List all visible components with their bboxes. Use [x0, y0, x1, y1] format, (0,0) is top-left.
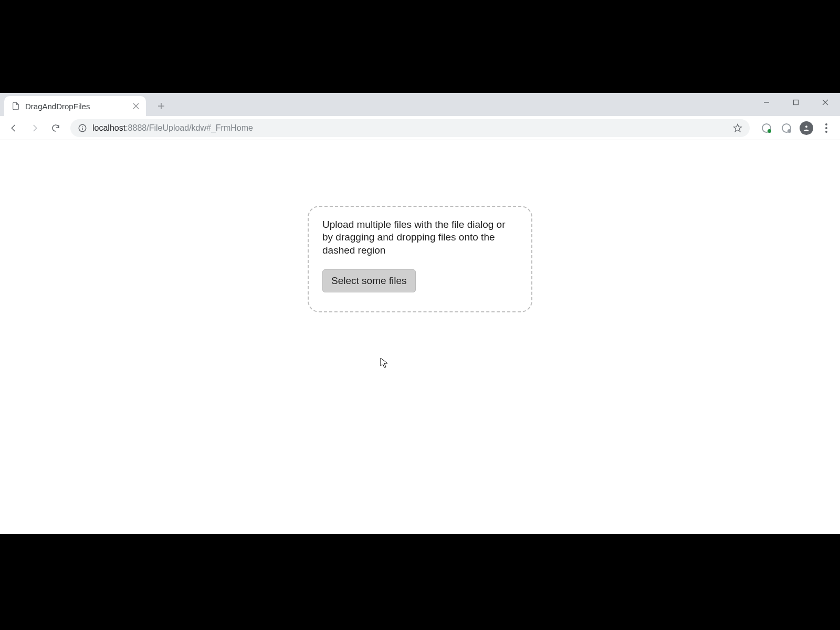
url-text: localhost:8888/FileUpload/kdw#_FrmHome: [92, 123, 253, 133]
address-bar[interactable]: localhost:8888/FileUpload/kdw#_FrmHome: [70, 119, 750, 137]
url-host: localhost: [92, 123, 125, 132]
window-close-button[interactable]: [811, 93, 840, 112]
avatar-icon: [800, 121, 813, 135]
svg-point-12: [805, 125, 807, 128]
bookmark-star-icon[interactable]: [733, 123, 742, 133]
select-files-button[interactable]: Select some files: [322, 269, 416, 292]
svg-rect-5: [794, 100, 799, 105]
drop-zone-instructions: Upload multiple files with the file dial…: [322, 218, 518, 257]
svg-point-10: [82, 125, 83, 127]
back-button[interactable]: [4, 119, 23, 138]
window-maximize-button[interactable]: [781, 93, 811, 112]
extension-icon[interactable]: [777, 119, 796, 138]
tab-title: DragAndDropFiles: [25, 102, 127, 111]
page-viewport: Upload multiple files with the file dial…: [0, 140, 840, 534]
close-tab-icon[interactable]: [132, 102, 140, 110]
svg-point-13: [825, 123, 827, 125]
browser-toolbar: localhost:8888/FileUpload/kdw#_FrmHome: [0, 116, 840, 140]
svg-point-15: [825, 131, 827, 133]
cursor-icon: [380, 358, 388, 369]
toolbar-right: [757, 119, 836, 138]
browser-window: DragAndDropFiles: [0, 93, 840, 534]
url-port: :8888: [125, 123, 146, 132]
svg-marker-16: [381, 358, 387, 368]
forward-button[interactable]: [25, 119, 44, 138]
window-minimize-button[interactable]: [752, 93, 781, 112]
site-info-icon[interactable]: [78, 123, 87, 133]
window-controls: [752, 93, 840, 116]
browser-tab[interactable]: DragAndDropFiles: [4, 96, 146, 116]
profile-button[interactable]: [797, 119, 816, 138]
tab-strip: DragAndDropFiles: [0, 93, 840, 116]
file-drop-zone[interactable]: Upload multiple files with the file dial…: [308, 206, 532, 312]
svg-marker-11: [734, 124, 742, 131]
url-path: /FileUpload/kdw#_FrmHome: [146, 123, 253, 132]
extension-icon[interactable]: [757, 119, 776, 138]
reload-button[interactable]: [46, 119, 65, 138]
page-icon: [12, 102, 20, 110]
new-tab-button[interactable]: [153, 98, 169, 114]
svg-point-14: [825, 127, 827, 129]
menu-button[interactable]: [817, 119, 836, 138]
